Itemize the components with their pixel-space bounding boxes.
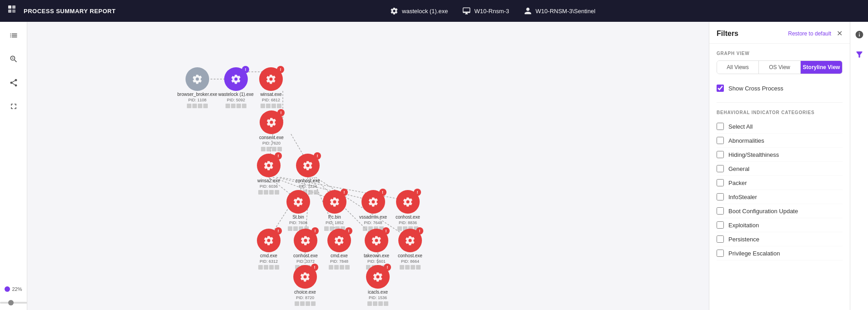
process-name: wastelock (1).exe [402, 8, 448, 15]
node-icacls[interactable]: !icacls.exePID: 1536 [366, 265, 390, 306]
node-badge-consent: ! [277, 109, 285, 116]
node-circle-winsat2: ! [257, 154, 281, 177]
node-icons-conhost4 [400, 265, 421, 270]
list-button[interactable] [5, 27, 22, 44]
node-conhost1[interactable]: !conhost.exePID: 7224 [296, 154, 320, 195]
category-checkbox-exploitation[interactable] [717, 221, 724, 229]
category-row-general[interactable]: General [717, 162, 843, 176]
node-st_bin[interactable]: St.binPID: 7606 [286, 190, 310, 231]
behavioral-section: Select AllAbnormalitiesHiding/Stealthine… [717, 120, 843, 260]
svg-rect-3 [12, 10, 15, 13]
category-label-select_all: Select All [728, 123, 753, 130]
node-winsat2[interactable]: !winsa2.exePID: 6036 [257, 154, 281, 195]
node-label-st_bin: St.bin [292, 215, 304, 220]
node-winsat1[interactable]: !winsat.exePID: 6812 [259, 67, 283, 108]
node-pid-conhost2: PID: 8836 [399, 220, 417, 225]
node-badge-pc_bin: ! [341, 189, 348, 196]
category-label-boot_config: Boot Configuration Update [728, 208, 798, 215]
filter-button[interactable] [852, 47, 867, 62]
node-label-conhost4: conhost.exe [398, 253, 422, 258]
node-pid-wastelock: PID: 5092 [227, 98, 245, 102]
category-label-abnormalities: Abnormalities [728, 137, 764, 144]
node-circle-icacls: ! [366, 265, 390, 289]
node-cmd2[interactable]: !cmd.exePID: 7848 [327, 229, 351, 270]
node-badge-vssadmin: ! [379, 189, 386, 196]
category-row-exploitation[interactable]: Exploitation [717, 218, 843, 232]
node-label-cmd1: cmd.exe [260, 253, 277, 258]
category-row-select_all[interactable]: Select All [717, 120, 843, 134]
restore-default-button[interactable]: Restore to default [788, 30, 831, 37]
node-circle-cmd2: ! [327, 229, 351, 252]
svg-rect-2 [8, 10, 11, 13]
node-label-browser_broker: browser_broker.exe [177, 92, 217, 97]
category-checkbox-infostealer[interactable] [717, 193, 724, 200]
zoom-percent: 22% [12, 286, 22, 292]
category-label-infostealer: InfoStealer [728, 194, 757, 200]
node-badge-choice: ! [311, 264, 318, 271]
category-row-infostealer[interactable]: InfoStealer [717, 190, 843, 204]
category-checkbox-select_all[interactable] [717, 123, 724, 130]
category-checkbox-persistence[interactable] [717, 235, 724, 243]
node-circle-browser_broker [186, 67, 209, 91]
category-row-privilege_escalation[interactable]: Privilege Escalation [717, 246, 843, 260]
node-vssadmin[interactable]: !vssadmin.exePID: 7648 [359, 190, 387, 231]
share-button[interactable] [5, 75, 22, 91]
node-label-winsat2: winsa2.exe [257, 178, 280, 183]
node-pc_bin[interactable]: !Pc.binPID: 1852 [323, 190, 346, 231]
expand-button[interactable] [5, 98, 22, 115]
node-circle-cmd1: ! [257, 229, 281, 252]
filters-title: Filters [717, 30, 738, 38]
node-pid-pc_bin: PID: 1852 [326, 220, 344, 225]
category-checkbox-abnormalities[interactable] [717, 137, 724, 144]
category-row-boot_config[interactable]: Boot Configuration Update [717, 204, 843, 218]
node-circle-conhost3: ! [294, 229, 317, 252]
show-cross-process-label: Show Cross Process [728, 85, 783, 92]
node-icons-wastelock [226, 104, 246, 108]
node-conhost4[interactable]: !conhost.exePID: 8664 [398, 229, 422, 270]
node-label-conhost3: conhost.exe [293, 253, 318, 258]
show-cross-process-section: Show Cross Process [717, 81, 843, 103]
node-wastelock[interactable]: !wastelock (1).exePID: 5092 [218, 67, 254, 108]
category-checkbox-hiding[interactable] [717, 151, 724, 158]
category-checkbox-packer[interactable] [717, 179, 724, 186]
node-choice[interactable]: !choice.exePID: 8720 [293, 265, 317, 306]
node-pid-conhost1: PID: 7224 [299, 184, 317, 189]
node-cmd1[interactable]: !cmd.exePID: 6312 [257, 229, 281, 270]
left-sidebar: 22% [0, 22, 27, 310]
user-item: W10-RNSM-3\Sentinel [524, 7, 596, 15]
filters-header: Filters Restore to default ✕ [709, 22, 850, 44]
node-badge-winsat2: ! [275, 152, 282, 160]
category-label-packer: Packer [728, 180, 747, 186]
graph-area: browser_broker.exePID: 1108!wastelock (1… [27, 22, 709, 310]
show-cross-process-checkbox[interactable] [717, 85, 724, 92]
monitor-icon [462, 7, 471, 15]
zoom-control: 22% [1, 285, 25, 294]
view-btn-all[interactable]: All Views [717, 61, 759, 74]
category-checkbox-boot_config[interactable] [717, 207, 724, 215]
node-takeown[interactable]: !takeown.exePID: 5601 [364, 229, 389, 270]
node-circle-conhost4: ! [398, 229, 422, 252]
node-badge-icacls: ! [384, 264, 391, 271]
node-conhost2[interactable]: !conhost.exePID: 8836 [396, 190, 420, 231]
category-row-hiding[interactable]: Hiding/Stealthiness [717, 148, 843, 162]
view-btn-storyline[interactable]: Storyline View [801, 61, 842, 74]
node-consent[interactable]: !consent.exePID: 7620 [259, 110, 284, 151]
search-zoom-button[interactable] [5, 51, 22, 67]
zoom-slider[interactable] [0, 302, 27, 304]
show-cross-process-row[interactable]: Show Cross Process [717, 81, 843, 95]
category-row-abnormalities[interactable]: Abnormalities [717, 134, 843, 148]
process-item: wastelock (1).exe [390, 7, 448, 15]
category-label-exploitation: Exploitation [728, 222, 759, 229]
node-browser_broker[interactable]: browser_broker.exePID: 1108 [177, 67, 217, 108]
category-row-packer[interactable]: Packer [717, 176, 843, 190]
category-checkbox-general[interactable] [717, 165, 724, 172]
category-checkbox-privilege_escalation[interactable] [717, 250, 724, 257]
view-btn-os[interactable]: OS View [759, 61, 801, 74]
info-button[interactable] [852, 27, 867, 42]
node-circle-st_bin [286, 190, 310, 214]
category-row-persistence[interactable]: Persistence [717, 232, 843, 246]
right-rail [850, 22, 868, 310]
close-button[interactable]: ✕ [837, 29, 843, 38]
node-circle-consent: ! [260, 110, 283, 134]
node-label-takeown: takeown.exe [364, 253, 389, 258]
